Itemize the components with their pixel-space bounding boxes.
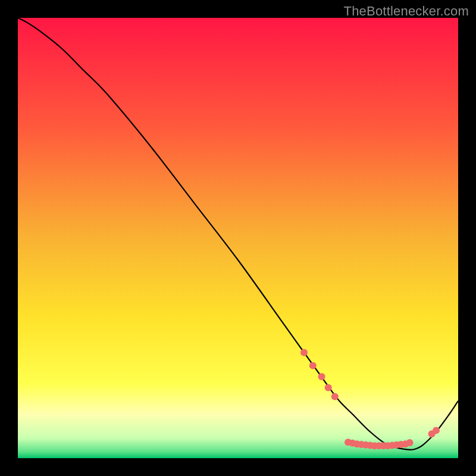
- marker-dot: [300, 349, 308, 356]
- marker-dot: [309, 362, 317, 369]
- chart-svg: [18, 18, 458, 458]
- marker-dot: [325, 384, 332, 392]
- marker-dot: [406, 439, 414, 446]
- chart-frame: TheBottlenecker.com: [0, 0, 476, 476]
- plot-area: [18, 18, 458, 458]
- marker-dot: [331, 393, 339, 400]
- watermark-text: TheBottlenecker.com: [344, 4, 469, 19]
- gradient-background: [18, 18, 458, 458]
- marker-dot: [318, 373, 325, 380]
- marker-dot: [433, 427, 440, 434]
